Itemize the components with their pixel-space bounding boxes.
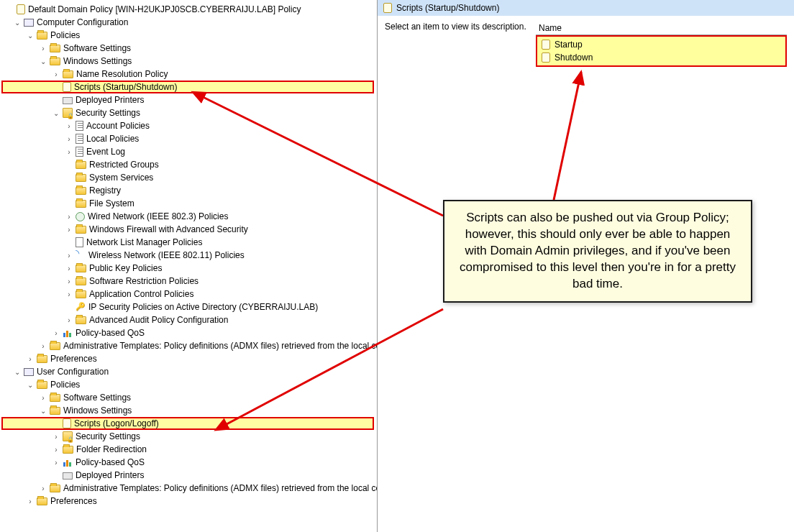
tree-windows-firewall[interactable]: › Windows Firewall with Advanced Securit… bbox=[3, 223, 374, 236]
tree-cc-windows-settings[interactable]: ⌄ Windows Settings bbox=[3, 55, 374, 68]
folder-icon bbox=[76, 226, 86, 234]
folder-icon bbox=[37, 32, 47, 40]
tree-deployed-printers[interactable]: ▶ Deployed Printers bbox=[3, 93, 374, 106]
expander-icon[interactable]: ⌄ bbox=[26, 380, 35, 389]
tree-ip-security[interactable]: ▶ IP Security Policies on Active Directo… bbox=[3, 301, 374, 313]
tree-local-policies[interactable]: › Local Policies bbox=[3, 132, 374, 145]
folder-icon bbox=[50, 342, 60, 350]
tree-security-settings[interactable]: ⌄ Security Settings bbox=[3, 106, 374, 119]
expander-icon[interactable]: › bbox=[39, 44, 47, 52]
tree-policy-based-qos[interactable]: › Policy-based QoS bbox=[3, 326, 374, 339]
expander-icon[interactable]: › bbox=[65, 147, 73, 156]
tree-folder-redirection[interactable]: › Folder Redirection bbox=[3, 443, 374, 456]
expander-icon[interactable]: › bbox=[39, 484, 47, 492]
printer-icon bbox=[63, 472, 73, 480]
folder-icon bbox=[50, 394, 60, 402]
folder-icon bbox=[37, 497, 47, 505]
tree-registry[interactable]: ▶ Registry bbox=[3, 184, 374, 197]
expander-icon[interactable]: › bbox=[65, 134, 73, 143]
name-column-header[interactable]: Name bbox=[536, 22, 787, 35]
tree-cc-policies[interactable]: ⌄ Policies bbox=[3, 29, 374, 42]
expander-icon[interactable]: › bbox=[65, 277, 73, 285]
script-list-highlight: Startup Shutdown bbox=[536, 35, 787, 67]
expander-icon[interactable]: ⌄ bbox=[52, 109, 60, 117]
eventlog-icon bbox=[76, 147, 83, 157]
tree-panel: ▶ Default Domain Policy [WIN-H2UKJPJ0SCB… bbox=[0, 0, 378, 532]
expander-icon[interactable]: › bbox=[52, 329, 60, 337]
tree-restricted-groups[interactable]: ▶ Restricted Groups bbox=[3, 158, 374, 171]
list-item-label: Startup bbox=[555, 40, 583, 50]
tree-cc-preferences[interactable]: › Preferences bbox=[3, 352, 374, 365]
security-icon bbox=[63, 108, 73, 118]
tree-uc-software-settings[interactable]: › Software Settings bbox=[3, 391, 374, 404]
tree-cc-software-settings[interactable]: › Software Settings bbox=[3, 42, 374, 55]
tree-uc-preferences[interactable]: › Preferences bbox=[3, 495, 374, 508]
tree-account-policies[interactable]: › Account Policies bbox=[3, 119, 374, 132]
tree-uc-admin-templates[interactable]: › Administrative Templates: Policy defin… bbox=[3, 482, 374, 495]
annotation-callout: Scripts can also be pushed out via Group… bbox=[443, 200, 752, 303]
tree-uc-qos[interactable]: › Policy-based QoS bbox=[3, 456, 374, 469]
expander-icon[interactable]: › bbox=[65, 290, 73, 298]
expander-icon[interactable]: › bbox=[26, 354, 35, 363]
tree-uc-deployed-printers[interactable]: ▶ Deployed Printers bbox=[3, 469, 374, 482]
details-title: Scripts (Startup/Shutdown) bbox=[396, 3, 499, 13]
tree-software-restriction[interactable]: › Software Restriction Policies bbox=[3, 275, 374, 288]
expander-icon[interactable]: › bbox=[65, 212, 73, 221]
description-column: Select an item to view its description. bbox=[385, 22, 536, 67]
tree-wired-network[interactable]: › Wired Network (IEEE 802.3) Policies bbox=[3, 210, 374, 223]
tree-uc-security-settings[interactable]: › Security Settings bbox=[3, 430, 374, 443]
computer-icon bbox=[24, 19, 34, 27]
tree-event-log[interactable]: › Event Log bbox=[3, 145, 374, 158]
description-text: Select an item to view its description. bbox=[385, 22, 526, 32]
tree-advanced-audit[interactable]: › Advanced Audit Policy Configuration bbox=[3, 313, 374, 326]
tree-application-control[interactable]: › Application Control Policies bbox=[3, 288, 374, 301]
script-icon bbox=[63, 82, 71, 92]
user-icon bbox=[24, 368, 34, 376]
expander-icon[interactable]: › bbox=[52, 70, 60, 78]
ipsec-icon bbox=[76, 302, 86, 312]
tree-cc-admin-templates[interactable]: › Administrative Templates: Policy defin… bbox=[3, 339, 374, 352]
expander-icon[interactable]: › bbox=[39, 393, 47, 402]
tree-system-services[interactable]: ▶ System Services bbox=[3, 171, 374, 184]
folder-icon bbox=[76, 161, 86, 169]
expander-icon[interactable]: › bbox=[65, 316, 73, 324]
expander-icon[interactable]: › bbox=[65, 251, 73, 260]
expander-icon[interactable]: ⌄ bbox=[13, 367, 22, 376]
tree-name-resolution[interactable]: › Name Resolution Policy bbox=[3, 68, 374, 81]
folder-icon bbox=[63, 70, 73, 78]
expander-icon[interactable]: › bbox=[65, 264, 73, 272]
wifi-icon bbox=[76, 250, 86, 260]
expander-icon[interactable]: › bbox=[52, 458, 60, 467]
expander-icon[interactable]: ⌄ bbox=[39, 406, 47, 415]
expander-icon[interactable]: › bbox=[26, 497, 35, 505]
folder-icon bbox=[37, 381, 47, 389]
details-header: Scripts (Startup/Shutdown) bbox=[378, 0, 794, 16]
folder-icon bbox=[76, 200, 86, 208]
tree-wireless-network[interactable]: › Wireless Network (IEEE 802.11) Policie… bbox=[3, 249, 374, 262]
expander-icon[interactable]: ⌄ bbox=[26, 31, 35, 40]
tree-network-list-manager[interactable]: ▶ Network List Manager Policies bbox=[3, 236, 374, 249]
tree-file-system[interactable]: ▶ File System bbox=[3, 197, 374, 210]
script-icon bbox=[542, 52, 550, 63]
tree-public-key-policies[interactable]: › Public Key Policies bbox=[3, 262, 374, 275]
list-item-shutdown[interactable]: Shutdown bbox=[537, 51, 785, 64]
expander-icon[interactable]: ⌄ bbox=[39, 57, 47, 65]
tree-root[interactable]: ▶ Default Domain Policy [WIN-H2UKJPJ0SCB… bbox=[3, 3, 374, 16]
folder-icon bbox=[50, 407, 60, 415]
expander-icon[interactable]: ⌄ bbox=[13, 18, 22, 27]
expander-icon[interactable]: › bbox=[65, 225, 73, 234]
tree-computer-config[interactable]: ⌄ Computer Configuration bbox=[3, 16, 374, 29]
folder-icon bbox=[50, 58, 60, 65]
expander-icon[interactable]: › bbox=[52, 445, 60, 454]
callout-text: Scripts can also be pushed out via Group… bbox=[460, 211, 736, 290]
tree-scripts-startup-shutdown[interactable]: ▶ Scripts (Startup/Shutdown) bbox=[1, 81, 374, 93]
folder-icon bbox=[63, 446, 73, 454]
list-item-startup[interactable]: Startup bbox=[537, 38, 785, 51]
tree-user-config[interactable]: ⌄ User Configuration bbox=[3, 365, 374, 378]
tree-uc-policies[interactable]: ⌄ Policies bbox=[3, 378, 374, 391]
expander-icon[interactable]: › bbox=[39, 341, 47, 350]
tree-uc-windows-settings[interactable]: ⌄ Windows Settings bbox=[3, 404, 374, 417]
expander-icon[interactable]: › bbox=[52, 432, 60, 441]
expander-icon[interactable]: › bbox=[65, 121, 73, 130]
tree-scripts-logon-logoff[interactable]: ▶ Scripts (Logon/Logoff) bbox=[1, 417, 374, 430]
